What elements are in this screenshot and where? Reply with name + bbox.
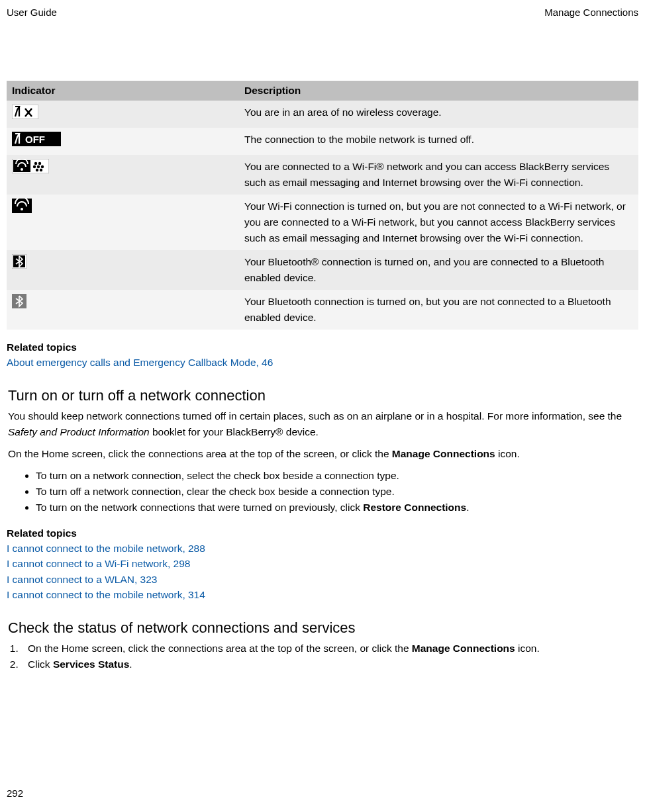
table-row: Your Bluetooth® connection is turned on,… [7,250,638,290]
section-heading: Check the status of network connections … [8,619,638,637]
desc-cell: Your Bluetooth® connection is turned on,… [239,250,638,290]
th-indicator: Indicator [7,81,239,101]
header-left: User Guide [7,7,57,18]
svg-point-14 [21,208,23,210]
svg-point-10 [41,165,44,168]
paragraph: You should keep network connections turn… [8,408,637,439]
th-description: Description [239,81,638,101]
related-link[interactable]: I cannot connect to a WLAN, 323 [7,572,638,587]
bluetooth-icon [12,294,26,313]
svg-point-9 [37,165,40,168]
svg-text:OFF: OFF [25,134,45,145]
header-right: Manage Connections [544,7,638,18]
desc-cell: Your Wi-Fi connection is turned on, but … [239,195,638,250]
desc-cell: You are connected to a Wi-Fi® network an… [239,155,638,195]
table-row: Your Wi-Fi connection is turned on, but … [7,195,638,250]
related-link[interactable]: I cannot connect to the mobile network, … [7,587,638,602]
page-header: User Guide Manage Connections [7,7,638,18]
ordered-list: On the Home screen, click the connection… [7,641,638,672]
bluetooth-connected-icon [12,254,26,273]
svg-rect-13 [12,199,32,213]
bullet-list: To turn on a network connection, select … [7,468,638,516]
svg-point-12 [40,169,42,171]
list-item: To turn on the network connections that … [36,500,638,516]
list-item: On the Home screen, click the connection… [21,641,638,656]
section-heading: Turn on or turn off a network connection [8,387,638,404]
table-row: Your Bluetooth connection is turned on, … [7,290,638,330]
no-coverage-icon [12,105,38,124]
related-link[interactable]: About emergency calls and Emergency Call… [7,355,638,370]
desc-cell: Your Bluetooth connection is turned on, … [239,290,638,330]
related-link[interactable]: I cannot connect to a Wi-Fi network, 298 [7,556,638,571]
related-topics-heading: Related topics [7,341,638,353]
wifi-blackberry-icon [12,159,49,178]
list-item: To turn off a network connection, clear … [36,484,638,500]
list-item: Click Services Status. [21,656,638,672]
wifi-icon [12,199,32,218]
mobile-off-icon: OFF [12,132,61,151]
svg-point-7 [38,162,41,165]
table-row: You are in an area of no wireless covera… [7,101,638,128]
related-topics-heading: Related topics [7,527,638,539]
svg-point-8 [33,165,36,168]
svg-point-5 [21,168,23,171]
svg-point-11 [36,169,38,171]
desc-cell: You are in an area of no wireless covera… [239,101,638,128]
desc-cell: The connection to the mobile network is … [239,128,638,155]
paragraph: On the Home screen, click the connection… [8,446,637,461]
indicator-table: Indicator Description You are in an area… [7,81,638,330]
list-item: To turn on a network connection, select … [36,468,638,484]
table-row: OFF The connection to the mobile network… [7,128,638,155]
table-row: You are connected to a Wi-Fi® network an… [7,155,638,195]
related-link[interactable]: I cannot connect to the mobile network, … [7,541,638,556]
page-number: 292 [7,788,23,799]
svg-point-6 [34,162,37,165]
